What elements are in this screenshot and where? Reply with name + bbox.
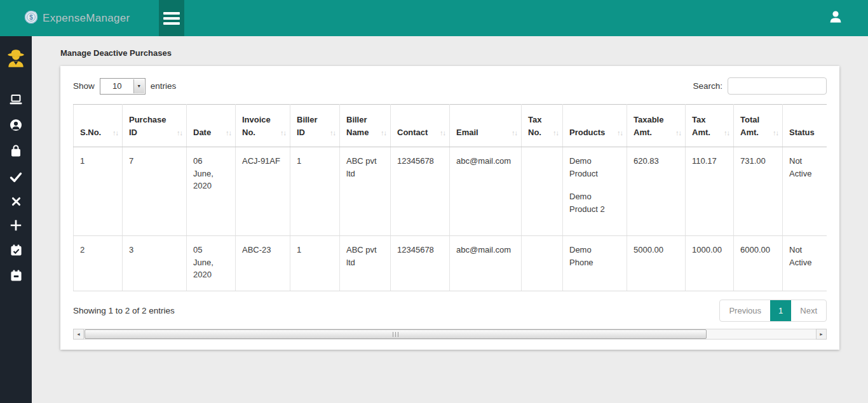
- purchases-panel: Show 10 ▼ entries Search: S.No.↑↓Purchas…: [60, 66, 839, 350]
- pagination-page-1[interactable]: 1: [770, 300, 791, 321]
- dollar-coin-icon: $: [24, 10, 38, 27]
- column-header-invoice-no[interactable]: Invoice No.↑↓: [236, 105, 290, 147]
- search-label: Search:: [693, 81, 722, 91]
- table-cell: 620.83: [627, 147, 686, 236]
- sort-icon: ↑↓: [330, 128, 336, 138]
- sort-icon: ↑↓: [381, 128, 386, 138]
- table-cell: 1: [290, 236, 340, 291]
- table-cell: 1: [290, 147, 340, 236]
- column-header-tax-no[interactable]: Tax No.↑↓: [522, 105, 563, 147]
- scrollbar-thumb[interactable]: [85, 329, 707, 339]
- table-cell: abc@mail.com: [450, 147, 522, 236]
- entries-info: Showing 1 to 2 of 2 entries: [73, 306, 175, 315]
- sort-icon: ↑↓: [675, 128, 681, 138]
- table-cell: 1000.00: [686, 236, 734, 291]
- purchases-table: S.No.↑↓Purchase ID↑↓Date↑↓Invoice No.↑↓B…: [73, 104, 827, 291]
- table-cell: 6000.00: [734, 236, 783, 291]
- pagination: Previous 1 Next: [719, 300, 827, 322]
- user-icon[interactable]: [829, 10, 843, 26]
- table-cell: 12345678: [391, 147, 450, 236]
- sort-icon: ↑↓: [617, 128, 623, 138]
- table-viewport: S.No.↑↓Purchase ID↑↓Date↑↓Invoice No.↑↓B…: [73, 104, 827, 291]
- sort-icon: ↑↓: [177, 128, 182, 138]
- entries-label: entries: [151, 81, 177, 91]
- scrollbar-grip-icon: [393, 332, 399, 337]
- table-cell: 05 June, 2020: [187, 236, 236, 291]
- table-cell: 5000.00: [627, 236, 686, 291]
- scroll-right-button[interactable]: ►: [816, 329, 827, 340]
- sort-icon: ↑↓: [553, 128, 559, 138]
- hamburger-icon[interactable]: [159, 0, 184, 36]
- column-header-status[interactable]: Status↑↓: [783, 105, 827, 147]
- table-cell: 1: [74, 147, 123, 236]
- table-cell: ACJ-91AF: [236, 147, 290, 236]
- sort-icon: ↑↓: [112, 128, 118, 138]
- sort-icon: ↑↓: [440, 128, 445, 138]
- scrollbar-track[interactable]: [84, 329, 816, 340]
- page-length-select[interactable]: 10 ▼: [100, 78, 146, 95]
- chevron-down-icon: ▼: [133, 79, 144, 93]
- table-cell: Demo ProductDemo Product 2: [563, 147, 627, 236]
- table-row: 2305 June, 2020ABC-231ABC pvt ltd1234567…: [74, 236, 827, 291]
- pagination-next-button[interactable]: Next: [791, 300, 826, 321]
- table-cell: ABC pvt ltd: [340, 147, 391, 236]
- table-cell: 7: [123, 147, 187, 236]
- top-bar: $ ExpenseManager: [0, 0, 868, 36]
- table-cell: Demo Phone: [563, 236, 627, 291]
- sort-icon: ↑↓: [280, 128, 286, 138]
- table-cell: [522, 236, 563, 291]
- sort-icon: ↑↓: [724, 128, 729, 138]
- close-icon[interactable]: [11, 197, 21, 206]
- sort-icon: ↑↓: [512, 128, 517, 138]
- column-header-taxable-amt[interactable]: Taxable Amt.↑↓: [627, 105, 686, 147]
- calendar-slot-icon[interactable]: [10, 270, 22, 282]
- svg-text:$: $: [29, 13, 33, 20]
- table-row: 1706 June, 2020ACJ-91AF1ABC pvt ltd12345…: [74, 147, 827, 236]
- search-control: Search:: [693, 77, 827, 95]
- table-cell: 110.17: [686, 147, 734, 236]
- laptop-icon[interactable]: [10, 94, 22, 105]
- calendar-check-icon[interactable]: [10, 244, 22, 256]
- column-header-total-amt[interactable]: Total Amt.↑↓: [734, 105, 783, 147]
- table-cell: 12345678: [391, 236, 450, 291]
- table-cell: abc@mail.com: [450, 236, 522, 291]
- page-length-control: Show 10 ▼ entries: [73, 78, 176, 95]
- column-header-tax-amt[interactable]: Tax Amt.↑↓: [686, 105, 734, 147]
- table-body: 1706 June, 2020ACJ-91AF1ABC pvt ltd12345…: [74, 147, 827, 291]
- table-cell: ABC-23: [236, 236, 290, 291]
- sort-icon: ↑↓: [226, 128, 231, 138]
- search-input[interactable]: [728, 77, 827, 95]
- shopping-bag-icon[interactable]: [10, 145, 22, 157]
- table-controls: Show 10 ▼ entries Search:: [73, 77, 827, 95]
- table-header-row: S.No.↑↓Purchase ID↑↓Date↑↓Invoice No.↑↓B…: [74, 105, 827, 147]
- scroll-left-button[interactable]: ◄: [73, 329, 84, 340]
- table-cell: [522, 147, 563, 236]
- table-cell: 2: [74, 236, 123, 291]
- table-cell: ABC pvt ltd: [340, 236, 391, 291]
- app-logo[interactable]: $ ExpenseManager: [24, 10, 130, 27]
- column-header-email[interactable]: Email↑↓: [450, 105, 522, 147]
- table-footer: Showing 1 to 2 of 2 entries Previous 1 N…: [73, 300, 827, 322]
- table-cell: Not Active: [783, 236, 827, 291]
- user-circle-icon[interactable]: [10, 119, 22, 131]
- column-header-products[interactable]: Products↑↓: [563, 105, 627, 147]
- sidebar: [0, 36, 32, 403]
- table-cell: 3: [123, 236, 187, 291]
- plus-icon[interactable]: [10, 220, 22, 231]
- main-content: Manage Deactive Purchases Show 10 ▼ entr…: [32, 36, 868, 403]
- pagination-previous-button[interactable]: Previous: [720, 300, 770, 321]
- column-header-contact[interactable]: Contact↑↓: [391, 105, 450, 147]
- column-header-biller-name[interactable]: Biller Name↑↓: [340, 105, 391, 147]
- column-header-s-no[interactable]: S.No.↑↓: [74, 105, 123, 147]
- table-cell: 06 June, 2020: [187, 147, 236, 236]
- horizontal-scrollbar[interactable]: ◄ ►: [73, 329, 827, 340]
- show-label: Show: [73, 81, 95, 91]
- app-name: ExpenseManager: [43, 12, 130, 25]
- sort-icon: ↑↓: [773, 128, 778, 138]
- spy-icon[interactable]: [5, 48, 27, 69]
- table-cell: 731.00: [734, 147, 783, 236]
- check-icon[interactable]: [10, 171, 22, 183]
- column-header-date[interactable]: Date↑↓: [187, 105, 236, 147]
- column-header-purchase-id[interactable]: Purchase ID↑↓: [123, 105, 187, 147]
- column-header-biller-id[interactable]: Biller ID↑↓: [290, 105, 340, 147]
